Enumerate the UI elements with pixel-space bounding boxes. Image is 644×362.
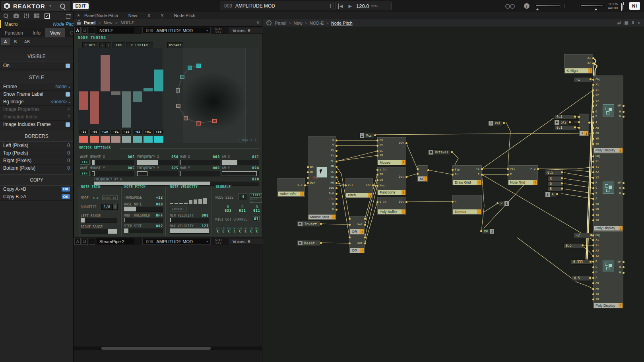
velocity-bar[interactable] [203, 198, 207, 204]
port[interactable] [592, 261, 594, 263]
property-value[interactable]: 0 [67, 143, 70, 148]
port[interactable] [578, 127, 580, 129]
module-const-0-4[interactable]: 0.4 [554, 114, 577, 120]
layout-icon[interactable] [34, 14, 39, 18]
slider[interactable] [124, 218, 163, 223]
velocity-bar[interactable] [170, 203, 173, 204]
port[interactable] [623, 116, 625, 118]
tab-info[interactable]: Info [28, 28, 45, 37]
mixer-icon[interactable] [24, 14, 29, 18]
port[interactable] [623, 266, 625, 268]
module-footer-x-plus[interactable]: X+ [580, 131, 584, 136]
tuning-bar[interactable] [111, 91, 120, 95]
device-name[interactable]: SteamPipe 2 [97, 238, 134, 244]
checkbox[interactable] [66, 122, 70, 127]
bpm-value[interactable]: 120.0 [356, 3, 369, 9]
module-vel-3[interactable]: 3Vel [488, 120, 503, 126]
port[interactable] [452, 169, 454, 171]
port[interactable] [336, 171, 338, 173]
port[interactable] [592, 89, 594, 91]
port[interactable] [336, 187, 338, 189]
module-const-0-1[interactable]: 0.1 [554, 125, 577, 130]
slider[interactable] [137, 171, 178, 176]
velocity-bar[interactable] [175, 203, 178, 204]
tuning-bar[interactable] [154, 70, 163, 91]
port[interactable] [497, 202, 499, 204]
port[interactable] [507, 168, 509, 170]
port[interactable] [503, 122, 505, 124]
port[interactable] [592, 138, 594, 140]
field-▾[interactable]: ▾ [113, 204, 118, 210]
arrange-icon[interactable]: ⇄ [617, 20, 621, 25]
module-footer-demux[interactable]: Demux [453, 209, 477, 214]
voices-label[interactable]: Voices: 8 [229, 27, 266, 33]
port[interactable] [592, 84, 594, 86]
star-icon[interactable]: ★ [77, 13, 80, 17]
port[interactable] [578, 116, 580, 118]
module-badge[interactable]: ⋮ [402, 209, 405, 214]
port[interactable] [569, 121, 571, 123]
button-invert[interactable]: INVERT [170, 207, 186, 211]
port[interactable] [320, 242, 322, 244]
button-sin[interactable]: SIN [80, 160, 89, 165]
module-footer-or-1[interactable]: OR [350, 229, 360, 234]
pad-node[interactable] [180, 75, 184, 79]
wire[interactable] [428, 170, 452, 174]
port[interactable] [427, 169, 429, 171]
xy-node-pad[interactable]: [ NOD-E ] [164, 48, 259, 143]
field-midi-in[interactable]: MIDI IN [102, 195, 118, 200]
property-value[interactable]: 0 [67, 165, 70, 171]
port[interactable] [376, 145, 378, 147]
breadcrumb-item[interactable]: Panel [275, 21, 286, 25]
module-a-2[interactable]: 2A [545, 192, 556, 197]
module-footer-voice-info[interactable]: Voice Info [278, 192, 300, 196]
slider[interactable] [180, 160, 220, 165]
dropdown[interactable]: <none>▾ [50, 99, 70, 105]
output-level-meter[interactable] [535, 4, 561, 8]
port[interactable] [336, 209, 338, 211]
port[interactable] [592, 187, 594, 189]
port[interactable] [623, 193, 625, 195]
field-01[interactable]: 01 [253, 216, 260, 221]
port[interactable] [374, 134, 376, 136]
slider[interactable] [91, 160, 134, 165]
port[interactable] [336, 166, 338, 168]
tuning-swatch[interactable] [154, 136, 163, 143]
port[interactable] [307, 166, 309, 168]
tuning-swatch[interactable] [79, 136, 88, 143]
port[interactable] [405, 201, 407, 203]
port[interactable] [336, 176, 338, 178]
port[interactable] [592, 143, 594, 145]
velocity-bar[interactable] [189, 200, 192, 204]
module-footer-mouse-area[interactable]: Mouse Area [308, 215, 332, 219]
module-sts-4[interactable]: 4Sts [554, 120, 569, 125]
port[interactable] [307, 171, 309, 173]
power-button[interactable] [621, 4, 623, 11]
wire[interactable] [320, 243, 349, 243]
dropdown[interactable]: None▾ [55, 84, 70, 89]
port[interactable] [376, 185, 378, 187]
module-footer-note-rnd[interactable]: Note Rnd [508, 180, 533, 185]
port[interactable] [451, 151, 453, 153]
snapshot-spinner-icon[interactable]: ▴▾ [330, 4, 331, 8]
structure-graph[interactable]: Voice Info⋮V-1Mouse Area♪BXBY::DglDpAXYP… [263, 27, 644, 362]
tuning-swatch[interactable] [144, 136, 153, 143]
module-footer-or-2[interactable]: OR [350, 248, 360, 253]
play-button[interactable]: ▶ [348, 4, 351, 9]
module-invert[interactable]: Invert [297, 221, 321, 227]
wire[interactable] [484, 203, 498, 212]
module-mp-2[interactable]: MP2 [482, 228, 495, 234]
module-footer-draw-grid[interactable]: Draw Grid [453, 180, 477, 185]
module-reset[interactable]: Reset [297, 240, 321, 246]
port[interactable] [349, 236, 351, 238]
tuning-swatch[interactable] [111, 136, 120, 143]
slider[interactable] [222, 160, 259, 165]
search-button[interactable] [54, 1, 70, 11]
port[interactable] [592, 171, 594, 173]
field-1/8[interactable]: 1/8 [101, 204, 113, 210]
port[interactable] [364, 236, 366, 238]
checkbox-icon[interactable]: ✓ [45, 14, 50, 18]
device-name[interactable]: NOD-E [97, 27, 134, 33]
port[interactable] [561, 177, 563, 179]
port[interactable] [561, 171, 563, 173]
